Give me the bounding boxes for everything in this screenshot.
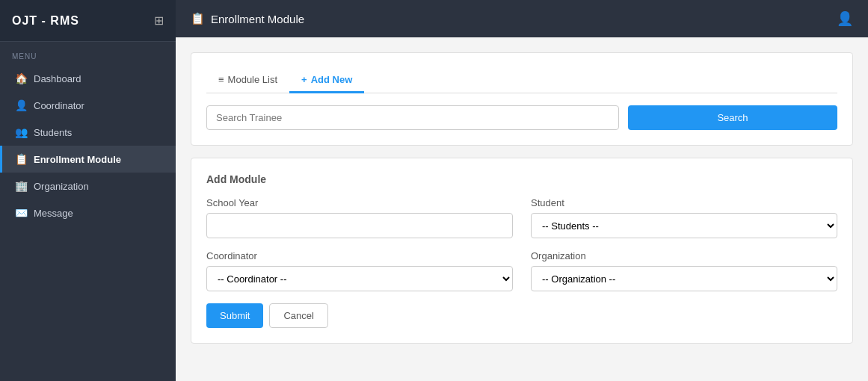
enrollment-icon: 📋 — [14, 153, 28, 165]
students-icon: 👥 — [14, 126, 28, 138]
add-new-icon: + — [301, 74, 307, 85]
sidebar-item-message[interactable]: ✉️ Message — [0, 199, 176, 226]
user-icon[interactable]: 👤 — [837, 10, 853, 27]
organization-select[interactable]: -- Organization -- — [531, 266, 837, 291]
content-area: ≡ Module List + Add New Search Add Modul… — [176, 37, 868, 381]
organization-group: Organization -- Organization -- — [531, 250, 837, 291]
main-content: 📋 Enrollment Module 👤 ≡ Module List + Ad… — [176, 0, 868, 381]
coordinator-icon: 👤 — [14, 99, 28, 111]
topbar-title-area: 📋 Enrollment Module — [191, 12, 304, 25]
sidebar-item-students[interactable]: 👥 Students — [0, 119, 176, 146]
sidebar-item-label: Students — [34, 127, 72, 138]
cancel-button[interactable]: Cancel — [269, 303, 327, 328]
organization-icon: 🏢 — [14, 180, 28, 192]
school-year-input[interactable] — [206, 213, 513, 238]
sidebar-title: OJT - RMS — [12, 14, 79, 28]
search-row: Search — [206, 105, 837, 130]
student-group: Student -- Students -- — [531, 197, 837, 238]
module-list-icon: ≡ — [218, 74, 224, 85]
sidebar-item-organization[interactable]: 🏢 Organization — [0, 173, 176, 199]
topbar-title: Enrollment Module — [211, 13, 304, 25]
tab-add-new[interactable]: + Add New — [289, 68, 364, 93]
student-select[interactable]: -- Students -- — [531, 213, 837, 238]
sidebar-item-label: Organization — [34, 181, 89, 192]
form-actions: Submit Cancel — [206, 303, 837, 328]
sidebar: OJT - RMS ⊞ MENU 🏠 Dashboard 👤 Coordinat… — [0, 0, 176, 381]
submit-button[interactable]: Submit — [206, 303, 263, 328]
sidebar-item-label: Message — [34, 208, 73, 219]
search-card: ≡ Module List + Add New Search — [191, 52, 853, 146]
topbar-module-icon: 📋 — [191, 12, 205, 25]
coordinator-group: Coordinator -- Coordinator -- — [206, 250, 513, 291]
sidebar-item-label: Enrollment Module — [34, 154, 121, 165]
topbar: 📋 Enrollment Module 👤 — [176, 0, 868, 37]
message-icon: ✉️ — [14, 207, 28, 219]
form-grid: School Year Student -- Students -- Coord… — [206, 197, 837, 291]
sidebar-item-label: Coordinator — [34, 100, 84, 111]
search-input[interactable] — [206, 105, 619, 130]
add-module-title: Add Module — [206, 173, 837, 185]
student-label: Student — [531, 197, 837, 208]
tab-module-list[interactable]: ≡ Module List — [206, 68, 289, 93]
tab-module-list-label: Module List — [228, 74, 277, 85]
coordinator-select[interactable]: -- Coordinator -- — [206, 266, 513, 291]
tab-add-new-label: Add New — [311, 74, 353, 85]
sidebar-item-dashboard[interactable]: 🏠 Dashboard — [0, 65, 176, 92]
grid-icon: ⊞ — [154, 13, 164, 28]
tabs: ≡ Module List + Add New — [206, 68, 837, 93]
search-button[interactable]: Search — [628, 105, 837, 130]
sidebar-header: OJT - RMS ⊞ — [0, 0, 176, 42]
school-year-group: School Year — [206, 197, 513, 238]
school-year-label: School Year — [206, 197, 513, 208]
coordinator-label: Coordinator — [206, 250, 513, 261]
sidebar-menu-label: MENU — [0, 42, 176, 65]
sidebar-item-coordinator[interactable]: 👤 Coordinator — [0, 92, 176, 119]
sidebar-item-label: Dashboard — [34, 73, 81, 84]
dashboard-icon: 🏠 — [14, 72, 28, 84]
organization-label: Organization — [531, 250, 837, 261]
add-module-card: Add Module School Year Student -- Studen… — [191, 158, 853, 344]
sidebar-item-enrollment-module[interactable]: 📋 Enrollment Module — [0, 146, 176, 173]
